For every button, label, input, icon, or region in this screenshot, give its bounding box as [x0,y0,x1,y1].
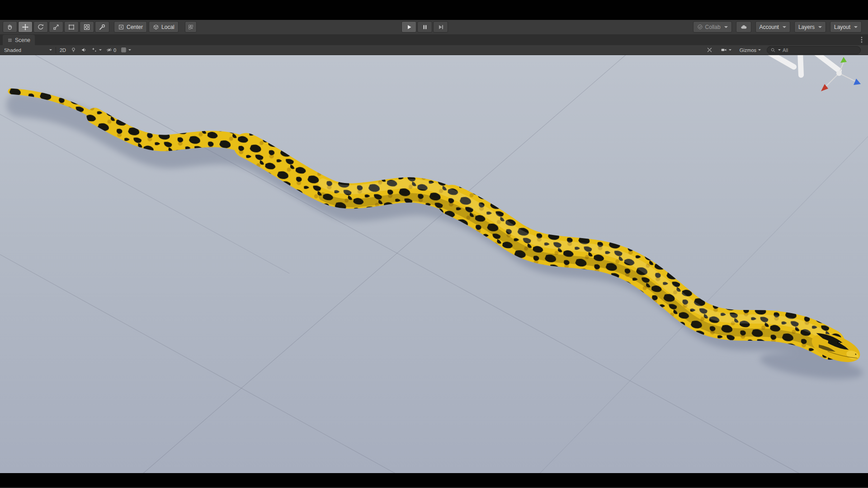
pivot-orientation-label: Local [161,24,175,30]
layers-label: Layers [798,24,815,30]
2d-toggle[interactable]: 2D [57,46,68,54]
custom-tool-button[interactable] [95,21,109,33]
scene-tab[interactable]: Scene [3,35,35,45]
grid-snap-button[interactable] [185,21,197,33]
audio-speaker-icon [81,47,87,53]
scene-camera-dropdown[interactable] [718,46,734,54]
transform-icon [83,23,90,31]
hidden-eye-icon [106,47,112,53]
pivot-mode-button[interactable]: Center [114,21,147,33]
scene-visibility-toggle[interactable]: 0 [104,46,118,54]
window-letterbox-bottom [0,473,868,488]
gizmo-center-cube[interactable] [836,70,842,76]
gizmos-caret-icon [758,49,761,51]
tools-icon [707,47,712,53]
toolbar-right-controls: Collab Account Layers Layout [693,21,862,33]
pause-icon [421,23,429,31]
cloud-button[interactable] [736,21,751,33]
rect-tool-button[interactable] [64,21,79,33]
play-icon [406,23,413,31]
scale-icon [52,23,60,31]
layout-caret-icon [854,26,858,28]
scene-toolbar-right: Gizmos All [704,46,861,54]
camera-icon [721,47,727,53]
move-icon [22,23,29,31]
transform-tools [3,21,109,33]
main-toolbar: Center Local [0,20,868,35]
ground-grid [0,55,868,473]
toolbar-separator [56,47,56,53]
audio-toggle[interactable] [79,46,89,54]
draw-mode-dropdown[interactable]: Shaded [2,46,54,54]
lighting-toggle[interactable] [68,46,79,54]
z-axis-cone[interactable] [854,79,861,85]
pivot-center-icon [118,24,124,30]
layout-label: Layout [834,24,850,30]
gizmos-label: Gizmos [740,47,756,53]
view-tab-bar: Scene [0,34,868,46]
pivot-orientation-button[interactable]: Local [149,21,179,33]
camera-caret-icon [729,49,731,51]
custom-tool-icon [99,23,106,31]
search-icon [770,47,776,53]
collab-dropdown[interactable]: Collab [693,21,732,33]
search-filter-label: All [783,47,788,53]
scale-tool-button[interactable] [49,21,63,33]
kebab-menu-icon [861,37,863,43]
collab-label: Collab [705,24,721,30]
move-tool-button[interactable] [18,21,33,33]
play-button[interactable] [401,21,416,33]
rotate-tool-button[interactable] [33,21,48,33]
scene-viewport[interactable] [0,55,868,473]
layout-dropdown[interactable]: Layout [830,21,862,33]
2d-toggle-label: 2D [60,47,66,53]
scene-tools-button[interactable] [704,46,715,54]
y-axis-cone[interactable] [840,57,847,63]
effects-caret-icon [99,49,102,51]
effects-sparkle-icon [91,47,97,53]
grid-icon [121,47,127,53]
effects-dropdown[interactable] [89,46,104,54]
lighting-bulb-icon [71,47,76,53]
hand-icon [6,23,14,31]
collab-check-icon [697,24,703,30]
layers-dropdown[interactable]: Layers [794,21,826,33]
gizmos-dropdown[interactable]: Gizmos [737,46,763,54]
step-button[interactable] [433,21,448,33]
snake-model[interactable] [11,85,863,368]
pivot-mode-label: Center [127,24,143,30]
window-letterbox-top [0,0,868,20]
cloud-icon [740,24,747,30]
account-label: Account [760,24,779,30]
rotate-icon [37,23,44,31]
draw-mode-caret-icon [49,49,52,51]
local-axes-icon [153,24,159,30]
transform-tool-button[interactable] [80,21,94,33]
scene-tab-icon [7,38,13,43]
gizmo-highlight-arms [769,55,839,75]
tab-options-menu[interactable] [858,36,865,43]
account-dropdown[interactable]: Account [755,21,790,33]
draw-mode-label: Shaded [4,47,21,53]
step-icon [437,23,444,31]
search-filter-caret-icon [778,49,781,51]
rect-icon [68,23,75,31]
grid-settings-dropdown[interactable] [118,46,133,54]
orientation-gizmo[interactable] [769,55,861,91]
scene-search-field[interactable]: All [767,46,861,54]
scene-view-toolbar: Shaded 2D 0 [0,45,868,55]
hidden-count-label: 0 [113,47,116,53]
collab-caret-icon [724,26,728,28]
pause-button[interactable] [417,21,432,33]
hand-tool-button[interactable] [3,21,17,33]
playback-controls [401,21,448,33]
layers-caret-icon [818,26,822,28]
grid-caret-icon [128,49,131,51]
account-caret-icon [783,26,786,28]
grid-snap-icon [188,24,194,30]
pivot-controls: Center Local [114,21,197,33]
scene-canvas[interactable] [0,55,868,473]
scene-tab-label: Scene [15,37,30,43]
